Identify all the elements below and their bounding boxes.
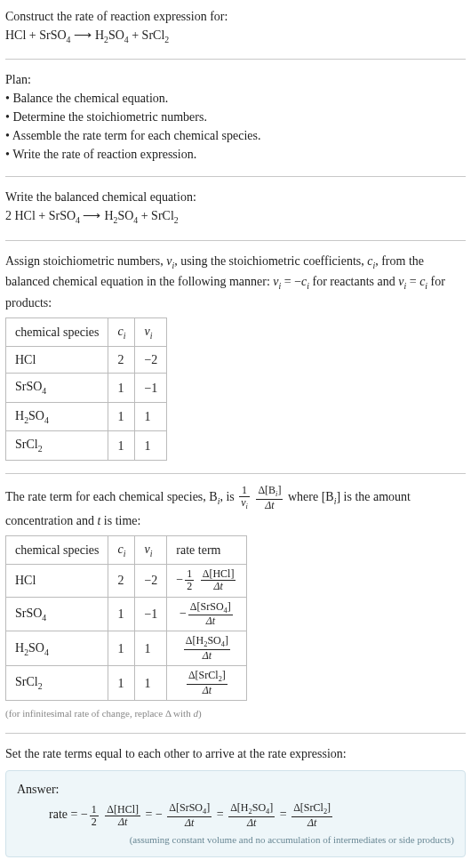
numerator: Δ[HCl] <box>105 804 140 816</box>
text: SrCl <box>15 438 38 451</box>
c-cell: 1 <box>108 402 135 430</box>
nu-cell: −2 <box>135 347 167 374</box>
fraction: Δ[H2SO4]Δt <box>228 802 275 829</box>
text: , using the stoichiometric coefficients, <box>174 254 367 268</box>
plan-title: Plan: <box>5 70 466 89</box>
equals-sign: = − <box>146 808 163 822</box>
text: Δ[SrCl <box>188 669 219 681</box>
text: Δ[H <box>230 801 248 814</box>
col-header: ci <box>108 317 135 346</box>
fraction: 1 νi <box>239 485 250 511</box>
final-section: Set the rate terms equal to each other t… <box>5 744 466 856</box>
text: The rate term for each chemical species,… <box>5 490 218 503</box>
text: for reactants and <box>309 275 398 288</box>
plan-item: • Assemble the rate term for each chemic… <box>5 126 466 145</box>
eq-rhs-so-sub: 4 <box>124 35 129 44</box>
numerator: Δ[HCl] <box>201 568 236 581</box>
eq-rhs-so: SO <box>108 28 124 42</box>
table-row: H2SO4 1 1 <box>6 402 167 430</box>
final-title: Set the rate terms equal to each other t… <box>5 744 466 763</box>
denominator: 2 <box>90 816 99 828</box>
denominator: Δt <box>167 817 212 829</box>
subscript: i <box>124 548 126 558</box>
species-cell: SrCl2 <box>6 666 108 701</box>
answer-label: Answer: <box>17 780 454 799</box>
species-cell: H2SO4 <box>6 402 108 430</box>
text: H <box>15 641 24 655</box>
bal-so-sub: 4 <box>133 215 138 225</box>
col-header: νi <box>135 317 167 346</box>
text: H <box>15 409 24 422</box>
text: Δ[B <box>258 484 275 496</box>
arrow-icon: ⟶ <box>83 208 104 222</box>
table-row: H2SO4 1 1 Δ[H2SO4]Δt <box>6 631 247 666</box>
text: is time: <box>100 514 140 527</box>
fraction: Δ[SrCl2]Δt <box>187 670 228 696</box>
species-cell: SrCl2 <box>6 431 108 460</box>
text: ] <box>206 801 210 814</box>
eq-sub1: 4 <box>67 35 71 44</box>
balanced-section: Write the balanced chemical equation: 2 … <box>5 188 466 227</box>
fraction: 12 <box>185 568 194 592</box>
bal-so: SO <box>117 209 133 222</box>
rate-intro: The rate term for each chemical species,… <box>5 485 466 530</box>
rate-cell: Δ[SrCl2]Δt <box>167 666 247 701</box>
table-row: SrSO4 1 −1 <box>6 374 167 402</box>
denominator: Δt <box>201 581 236 592</box>
species-cell: HCl <box>6 347 108 374</box>
c-cell: 2 <box>108 565 135 597</box>
bal-plus: + SrCl <box>141 209 174 222</box>
divider <box>5 473 466 474</box>
stoich-intro: Assign stoichiometric numbers, νi, using… <box>5 252 466 312</box>
text: ] <box>222 669 226 681</box>
table-row: SrCl2 1 1 <box>6 431 167 460</box>
answer-expression: rate = −12 Δ[HCl]Δt = − Δ[SrSO4]Δt = Δ[H… <box>17 802 454 829</box>
subscript: 4 <box>42 386 46 396</box>
text: SrCl <box>15 675 38 688</box>
c-cell: 2 <box>108 347 135 374</box>
subscript: 2 <box>38 681 43 691</box>
numerator: 1 <box>239 485 250 497</box>
fraction: Δ[HCl]Δt <box>201 568 236 592</box>
text: ] <box>327 801 331 814</box>
answer-box: Answer: rate = −12 Δ[HCl]Δt = − Δ[SrSO4]… <box>5 770 466 856</box>
divider <box>5 240 466 241</box>
numerator: Δ[SrCl2] <box>291 802 332 817</box>
fraction: Δ[SrCl2]Δt <box>291 802 332 829</box>
nu-cell: 1 <box>135 402 167 430</box>
eq-plus: + SrCl <box>132 28 164 42</box>
text: ] <box>228 600 231 613</box>
subscript: 4 <box>44 647 49 656</box>
text: where [B <box>288 490 334 503</box>
table-row: SrCl2 1 1 Δ[SrCl2]Δt <box>6 666 247 701</box>
bal-h: H <box>104 209 113 222</box>
species-cell: HCl <box>6 565 108 597</box>
c-cell: 1 <box>108 666 135 701</box>
text: SO <box>28 641 44 655</box>
fraction: Δ[SrSO4]Δt <box>167 802 212 829</box>
subscript: i <box>150 331 153 341</box>
text: = <box>406 275 419 288</box>
col-header: ci <box>108 535 135 564</box>
text: ] <box>225 634 228 647</box>
balanced-equation: 2 HCl + SrSO4 ⟶ H2SO4 + SrCl2 <box>5 206 466 227</box>
col-header: chemical species <box>6 535 108 564</box>
numerator: Δ[SrSO4] <box>167 802 212 817</box>
nu-cell: 1 <box>135 431 167 460</box>
denominator: Δt <box>187 685 228 696</box>
neg-sign: − <box>176 573 183 586</box>
answer-note: (assuming constant volume and no accumul… <box>17 832 454 848</box>
col-header: νi <box>135 535 167 564</box>
denominator: 2 <box>185 581 194 592</box>
col-header: chemical species <box>6 317 108 346</box>
subscript: i <box>124 331 126 341</box>
col-header: rate term <box>167 535 247 564</box>
numerator: 1 <box>185 568 194 581</box>
eq-rhs-h: H <box>95 28 104 42</box>
c-cell: 1 <box>108 631 135 666</box>
text: Δ[SrSO <box>169 801 203 814</box>
c-cell: 1 <box>108 597 135 631</box>
text: , is <box>220 490 237 503</box>
numerator: Δ[Bi] <box>256 485 283 500</box>
equals-sign: = <box>280 808 290 822</box>
